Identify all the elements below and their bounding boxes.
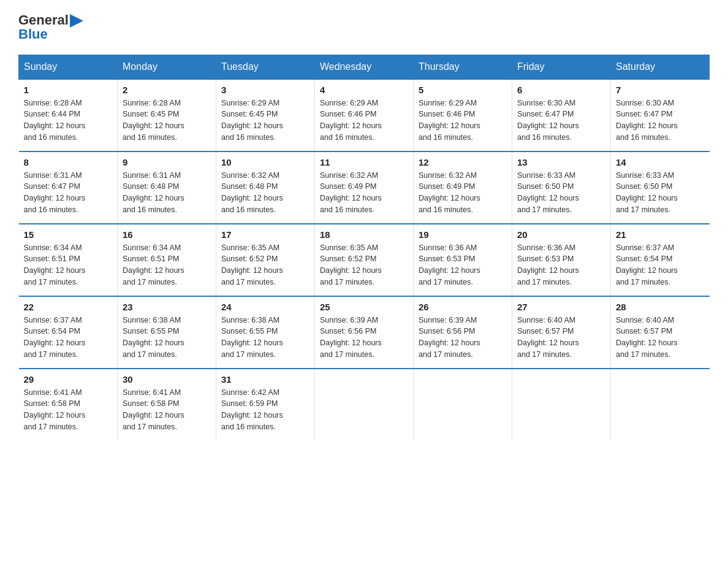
day-info: Sunrise: 6:31 AMSunset: 6:48 PMDaylight:… xyxy=(123,170,211,216)
calendar-cell: 23Sunrise: 6:38 AMSunset: 6:55 PMDayligh… xyxy=(118,296,216,369)
day-number: 9 xyxy=(123,157,211,167)
calendar-cell: 26Sunrise: 6:39 AMSunset: 6:56 PMDayligh… xyxy=(414,296,512,369)
calendar-cell: 17Sunrise: 6:35 AMSunset: 6:52 PMDayligh… xyxy=(216,224,315,296)
calendar-cell: 15Sunrise: 6:34 AMSunset: 6:51 PMDayligh… xyxy=(19,224,118,296)
calendar-cell: 25Sunrise: 6:39 AMSunset: 6:56 PMDayligh… xyxy=(315,296,414,369)
day-number: 31 xyxy=(221,374,309,385)
logo: General Blue xyxy=(18,12,83,42)
calendar-cell: 6Sunrise: 6:30 AMSunset: 6:47 PMDaylight… xyxy=(512,79,611,151)
calendar-cell: 14Sunrise: 6:33 AMSunset: 6:50 PMDayligh… xyxy=(611,151,710,224)
weekday-header-wednesday: Wednesday xyxy=(315,55,414,79)
day-number: 27 xyxy=(517,302,605,312)
day-number: 7 xyxy=(616,85,705,95)
day-number: 3 xyxy=(221,85,309,95)
day-info: Sunrise: 6:32 AMSunset: 6:48 PMDaylight:… xyxy=(221,170,309,216)
day-number: 2 xyxy=(123,85,211,95)
calendar-cell: 29Sunrise: 6:41 AMSunset: 6:58 PMDayligh… xyxy=(19,369,118,440)
day-number: 11 xyxy=(320,157,408,167)
day-info: Sunrise: 6:35 AMSunset: 6:52 PMDaylight:… xyxy=(320,242,408,288)
day-info: Sunrise: 6:28 AMSunset: 6:45 PMDaylight:… xyxy=(123,98,211,144)
calendar-cell: 31Sunrise: 6:42 AMSunset: 6:59 PMDayligh… xyxy=(216,369,315,440)
logo-graphic: General Blue xyxy=(18,12,83,42)
calendar-cell: 4Sunrise: 6:29 AMSunset: 6:46 PMDaylight… xyxy=(315,79,414,151)
calendar-cell: 7Sunrise: 6:30 AMSunset: 6:47 PMDaylight… xyxy=(611,79,710,151)
calendar-cell: 9Sunrise: 6:31 AMSunset: 6:48 PMDaylight… xyxy=(118,151,216,224)
week-row-5: 29Sunrise: 6:41 AMSunset: 6:58 PMDayligh… xyxy=(19,369,710,440)
calendar-cell: 13Sunrise: 6:33 AMSunset: 6:50 PMDayligh… xyxy=(512,151,611,224)
calendar-cell: 3Sunrise: 6:29 AMSunset: 6:45 PMDaylight… xyxy=(216,79,315,151)
day-number: 26 xyxy=(419,302,507,312)
day-number: 8 xyxy=(24,157,113,167)
day-number: 18 xyxy=(320,229,408,240)
day-number: 30 xyxy=(123,374,211,385)
day-info: Sunrise: 6:39 AMSunset: 6:56 PMDaylight:… xyxy=(320,315,408,361)
day-number: 16 xyxy=(123,229,211,240)
day-number: 13 xyxy=(517,157,605,167)
calendar-cell: 10Sunrise: 6:32 AMSunset: 6:48 PMDayligh… xyxy=(216,151,315,224)
calendar-cell: 5Sunrise: 6:29 AMSunset: 6:46 PMDaylight… xyxy=(414,79,512,151)
calendar-cell: 12Sunrise: 6:32 AMSunset: 6:49 PMDayligh… xyxy=(414,151,512,224)
day-info: Sunrise: 6:36 AMSunset: 6:53 PMDaylight:… xyxy=(419,242,507,288)
day-info: Sunrise: 6:40 AMSunset: 6:57 PMDaylight:… xyxy=(616,315,705,361)
day-number: 22 xyxy=(24,302,113,312)
day-number: 12 xyxy=(419,157,507,167)
day-number: 17 xyxy=(221,229,309,240)
day-info: Sunrise: 6:41 AMSunset: 6:58 PMDaylight:… xyxy=(123,387,211,433)
logo-arrow-icon xyxy=(70,14,83,28)
svg-marker-0 xyxy=(70,14,83,28)
day-info: Sunrise: 6:30 AMSunset: 6:47 PMDaylight:… xyxy=(517,98,605,144)
day-info: Sunrise: 6:29 AMSunset: 6:45 PMDaylight:… xyxy=(221,98,309,144)
calendar-cell: 11Sunrise: 6:32 AMSunset: 6:49 PMDayligh… xyxy=(315,151,414,224)
day-info: Sunrise: 6:33 AMSunset: 6:50 PMDaylight:… xyxy=(517,170,605,216)
calendar-cell: 8Sunrise: 6:31 AMSunset: 6:47 PMDaylight… xyxy=(19,151,118,224)
page-header: General Blue xyxy=(18,12,710,42)
week-row-3: 15Sunrise: 6:34 AMSunset: 6:51 PMDayligh… xyxy=(19,224,710,296)
calendar-cell xyxy=(414,369,512,440)
day-number: 29 xyxy=(24,374,113,385)
weekday-header-saturday: Saturday xyxy=(611,55,710,79)
calendar-cell: 2Sunrise: 6:28 AMSunset: 6:45 PMDaylight… xyxy=(118,79,216,151)
day-info: Sunrise: 6:39 AMSunset: 6:56 PMDaylight:… xyxy=(419,315,507,361)
logo-general-text: General xyxy=(18,12,69,28)
day-info: Sunrise: 6:32 AMSunset: 6:49 PMDaylight:… xyxy=(320,170,408,216)
weekday-header-tuesday: Tuesday xyxy=(216,55,315,79)
day-info: Sunrise: 6:38 AMSunset: 6:55 PMDaylight:… xyxy=(123,315,211,361)
day-info: Sunrise: 6:40 AMSunset: 6:57 PMDaylight:… xyxy=(517,315,605,361)
day-info: Sunrise: 6:38 AMSunset: 6:55 PMDaylight:… xyxy=(221,315,309,361)
day-info: Sunrise: 6:41 AMSunset: 6:58 PMDaylight:… xyxy=(24,387,113,433)
calendar-cell: 30Sunrise: 6:41 AMSunset: 6:58 PMDayligh… xyxy=(118,369,216,440)
day-number: 4 xyxy=(320,85,408,95)
day-info: Sunrise: 6:36 AMSunset: 6:53 PMDaylight:… xyxy=(517,242,605,288)
weekday-header-row: SundayMondayTuesdayWednesdayThursdayFrid… xyxy=(19,55,710,79)
calendar-cell: 27Sunrise: 6:40 AMSunset: 6:57 PMDayligh… xyxy=(512,296,611,369)
day-info: Sunrise: 6:33 AMSunset: 6:50 PMDaylight:… xyxy=(616,170,705,216)
calendar-cell: 28Sunrise: 6:40 AMSunset: 6:57 PMDayligh… xyxy=(611,296,710,369)
day-info: Sunrise: 6:34 AMSunset: 6:51 PMDaylight:… xyxy=(123,242,211,288)
day-info: Sunrise: 6:28 AMSunset: 6:44 PMDaylight:… xyxy=(24,98,113,144)
day-info: Sunrise: 6:32 AMSunset: 6:49 PMDaylight:… xyxy=(419,170,507,216)
calendar-cell: 22Sunrise: 6:37 AMSunset: 6:54 PMDayligh… xyxy=(19,296,118,369)
day-number: 19 xyxy=(419,229,507,240)
weekday-header-thursday: Thursday xyxy=(414,55,512,79)
day-number: 6 xyxy=(517,85,605,95)
day-info: Sunrise: 6:29 AMSunset: 6:46 PMDaylight:… xyxy=(320,98,408,144)
day-number: 5 xyxy=(419,85,507,95)
day-info: Sunrise: 6:37 AMSunset: 6:54 PMDaylight:… xyxy=(616,242,705,288)
day-number: 15 xyxy=(24,229,113,240)
week-row-4: 22Sunrise: 6:37 AMSunset: 6:54 PMDayligh… xyxy=(19,296,710,369)
day-info: Sunrise: 6:37 AMSunset: 6:54 PMDaylight:… xyxy=(24,315,113,361)
calendar-cell: 21Sunrise: 6:37 AMSunset: 6:54 PMDayligh… xyxy=(611,224,710,296)
day-info: Sunrise: 6:29 AMSunset: 6:46 PMDaylight:… xyxy=(419,98,507,144)
day-number: 24 xyxy=(221,302,309,312)
calendar-cell xyxy=(315,369,414,440)
day-info: Sunrise: 6:42 AMSunset: 6:59 PMDaylight:… xyxy=(221,387,309,433)
calendar-cell: 20Sunrise: 6:36 AMSunset: 6:53 PMDayligh… xyxy=(512,224,611,296)
calendar-cell: 24Sunrise: 6:38 AMSunset: 6:55 PMDayligh… xyxy=(216,296,315,369)
day-info: Sunrise: 6:30 AMSunset: 6:47 PMDaylight:… xyxy=(616,98,705,144)
day-info: Sunrise: 6:31 AMSunset: 6:47 PMDaylight:… xyxy=(24,170,113,216)
weekday-header-sunday: Sunday xyxy=(19,55,118,79)
calendar-cell xyxy=(512,369,611,440)
logo-blue-text: Blue xyxy=(18,26,83,42)
day-number: 14 xyxy=(616,157,705,167)
day-number: 23 xyxy=(123,302,211,312)
